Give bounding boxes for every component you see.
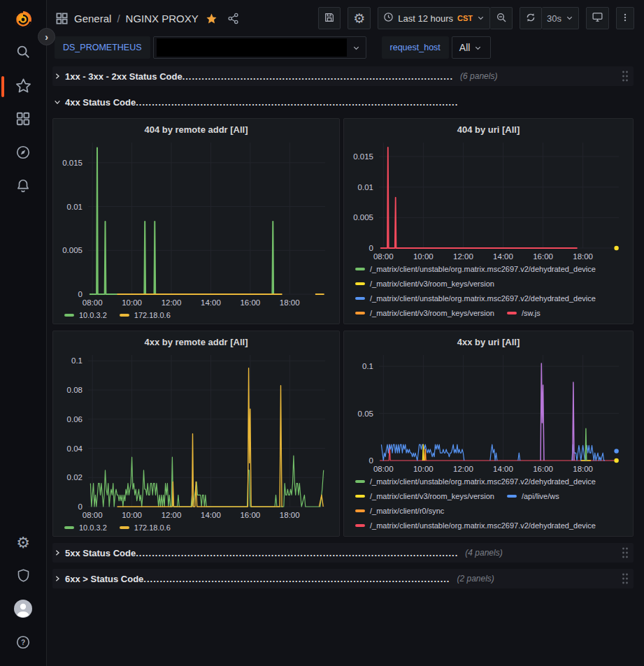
legend-item[interactable]: /_matrix/client/unstable/org.matrix.msc2… — [355, 477, 596, 486]
refresh-interval-picker[interactable]: 30s — [542, 7, 579, 29]
row-drag-handle[interactable] — [621, 572, 629, 585]
sidebar-item-starred[interactable] — [0, 70, 46, 103]
share-icon[interactable] — [227, 13, 239, 24]
sidebar-item-configuration[interactable]: ⚙ — [0, 526, 46, 560]
sidebar-item-explore[interactable] — [0, 137, 46, 171]
refresh-interval-label: 30s — [547, 13, 561, 24]
time-range-picker[interactable]: Last 12 hours CST — [378, 7, 490, 29]
panel-4xx-by-remote-addr: 4xx by remote addr [All] 00.020.040.060.… — [52, 331, 340, 537]
row-drag-handle[interactable] — [621, 546, 629, 559]
row-header-6xx[interactable]: 6xx > Status Code ......................… — [52, 569, 634, 588]
time-series-chart[interactable]: 00.050.108:0010:0012:0014:0016:0018:00 — [351, 351, 626, 475]
svg-text:18:00: 18:00 — [573, 465, 593, 473]
breadcrumb-separator: / — [117, 13, 120, 24]
legend-swatch — [355, 480, 365, 483]
row-header-1xx-3xx-2xx[interactable]: 1xx - 3xx - 2xx Status Code ............… — [52, 66, 634, 86]
legend-swatch — [120, 526, 129, 529]
sidebar-expand-button[interactable]: › — [38, 28, 55, 45]
legend-label: 10.0.3.2 — [79, 523, 107, 532]
legend-item[interactable]: 172.18.0.6 — [120, 523, 171, 532]
legend-label: /sw.js — [522, 309, 541, 317]
svg-text:18:00: 18:00 — [280, 511, 300, 519]
row-drag-handle[interactable] — [621, 70, 629, 82]
svg-text:0: 0 — [78, 502, 83, 511]
legend-label: 172.18.0.6 — [134, 523, 171, 532]
dashboards-grid-icon — [15, 111, 31, 129]
legend-swatch — [355, 282, 365, 285]
dashboard-settings-button[interactable]: ⚙ — [348, 7, 371, 29]
gear-icon: ⚙ — [16, 535, 30, 551]
panel-title[interactable]: 404 by remote addr [All] — [60, 122, 332, 138]
svg-text:12:00: 12:00 — [453, 465, 473, 473]
svg-text:0.015: 0.015 — [353, 152, 373, 161]
legend-item[interactable]: 10.0.3.2 — [64, 311, 107, 319]
legend-item[interactable]: /_matrix/client/r0/sync — [355, 507, 444, 515]
chevron-right-icon — [54, 73, 61, 80]
sidebar-item-help[interactable]: ? — [0, 627, 46, 660]
topbar: General / NGINX PROXY — [47, 0, 644, 36]
favorite-star-icon[interactable] — [206, 13, 217, 24]
svg-text:0.02: 0.02 — [67, 473, 83, 482]
bell-icon — [15, 178, 31, 196]
legend-label: /_matrix/client/unstable/org.matrix.msc2… — [370, 477, 596, 486]
legend-item[interactable]: 10.0.3.2 — [64, 523, 107, 532]
svg-text:10:00: 10:00 — [413, 252, 434, 261]
refresh-button[interactable] — [520, 7, 542, 29]
save-dashboard-button[interactable] — [318, 7, 341, 29]
legend-item[interactable]: /_matrix/client/v3/room_keys/version — [355, 492, 494, 500]
sidebar-item-alerting[interactable] — [0, 171, 46, 204]
sidebar-item-dashboards[interactable] — [0, 103, 46, 137]
tv-mode-button[interactable] — [586, 7, 609, 29]
time-series-chart[interactable]: 00.020.040.060.080.108:0010:0012:0014:00… — [60, 351, 332, 521]
legend-swatch — [355, 297, 365, 300]
search-icon — [15, 44, 31, 62]
row-header-5xx[interactable]: 5xx Status Code ........................… — [52, 543, 634, 563]
kebab-menu-button[interactable] — [616, 7, 634, 29]
legend-item[interactable]: /_matrix/client/v3/room_keys/version — [355, 309, 494, 317]
legend-label: /_matrix/client/v3/room_keys/version — [370, 309, 494, 317]
svg-text:0.005: 0.005 — [353, 213, 373, 222]
help-icon: ? — [15, 635, 31, 653]
chart-svg: 00.0050.010.01508:0010:0012:0014:0016:00… — [351, 138, 626, 262]
legend-label: 10.0.3.2 — [79, 311, 107, 319]
legend-label: /_matrix/client/r0/sync — [370, 507, 444, 515]
timezone-label: CST — [457, 14, 473, 22]
variable-label-ds-prometheus[interactable]: DS_PROMETHEUS — [55, 36, 150, 59]
refresh-icon — [525, 12, 536, 25]
dashboard-canvas: 1xx - 3xx - 2xx Status Code ............… — [47, 63, 644, 666]
panel-404-by-remote-addr: 404 by remote addr [All] 00.0050.010.015… — [52, 118, 340, 324]
row-title: 6xx > Status Code — [65, 574, 143, 584]
panel-title[interactable]: 4xx by uri [All] — [351, 334, 626, 351]
time-series-chart[interactable]: 00.0050.010.01508:0010:0012:0014:0016:00… — [351, 138, 626, 262]
row-header-4xx[interactable]: 4xx Status Code ........................… — [52, 92, 634, 112]
sidebar-item-server-admin[interactable] — [0, 560, 46, 593]
variable-select-request-host[interactable]: All — [452, 36, 492, 59]
time-series-chart[interactable]: 00.0050.010.01508:0010:0012:0014:0016:00… — [60, 138, 332, 309]
legend-item[interactable]: /_matrix/client/unstable/org.matrix.msc2… — [355, 521, 596, 530]
panel-title[interactable]: 404 by uri [All] — [351, 122, 626, 138]
breadcrumb-section[interactable]: General — [74, 13, 111, 24]
svg-text:08:00: 08:00 — [373, 252, 394, 261]
zoom-out-time-button[interactable] — [490, 7, 513, 29]
compass-icon — [15, 145, 31, 163]
svg-text:0.04: 0.04 — [67, 444, 83, 452]
row-title-leader: ........................................… — [183, 71, 453, 82]
legend-item[interactable]: /_matrix/client/unstable/org.matrix.msc2… — [355, 294, 596, 303]
chevron-down-icon — [474, 44, 482, 52]
sidebar-item-profile[interactable] — [0, 593, 46, 627]
legend-item[interactable]: /sw.js — [507, 309, 541, 317]
legend-item[interactable]: /_matrix/client/unstable/org.matrix.msc2… — [355, 265, 596, 273]
legend-item[interactable]: /_matrix/client/v3/room_keys/version — [355, 280, 494, 288]
variable-select-ds-prometheus[interactable] — [153, 36, 366, 59]
panel-title[interactable]: 4xx by remote addr [All] — [60, 334, 332, 351]
time-controls: Last 12 hours CST — [378, 7, 513, 29]
variable-label-request-host[interactable]: request_host — [382, 36, 449, 59]
svg-text:14:00: 14:00 — [201, 298, 221, 307]
chevron-down-icon — [54, 99, 61, 106]
legend-item[interactable]: 172.18.0.6 — [120, 311, 171, 319]
legend-item[interactable]: /api/live/ws — [507, 492, 559, 500]
time-range-label: Last 12 hours — [398, 13, 453, 24]
svg-text:14:00: 14:00 — [493, 252, 513, 261]
svg-text:16:00: 16:00 — [240, 298, 260, 307]
breadcrumb-dashboard-title[interactable]: NGINX PROXY — [126, 13, 199, 24]
